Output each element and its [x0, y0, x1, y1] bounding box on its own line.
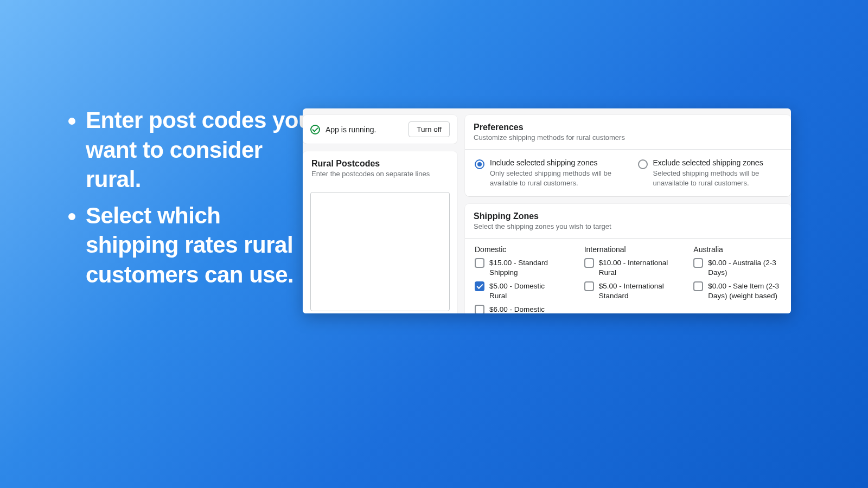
include-radio-desc: Only selected shipping methods will be a… [490, 169, 618, 188]
preferences-subtitle: Customize shipping methods for rural cus… [474, 133, 782, 142]
promo-bullet-2: Select which shipping rates rural custom… [86, 201, 314, 290]
zone-col-australia: Australia $0.00 - Australia (2-3 Days) $… [693, 245, 781, 313]
zone-col-domestic: Domestic $15.00 - Standard Shipping $5.0… [475, 245, 563, 313]
exclude-radio-group[interactable]: Exclude selected shipping zones Selected… [638, 158, 782, 188]
zone-row[interactable]: $10.00 - International Rural [584, 258, 672, 277]
right-column: Preferences Customize shipping methods f… [465, 108, 791, 313]
checkbox-label: $6.00 - Domestic Standard (weight based) [489, 305, 563, 313]
checkbox-australia-1[interactable] [693, 281, 703, 291]
checkbox-international-1[interactable] [584, 281, 594, 291]
zone-row[interactable]: $6.00 - Domestic Standard (weight based) [475, 305, 563, 313]
checkbox-label: $0.00 - Sale Item (2-3 Days) (weight bas… [708, 281, 781, 300]
left-column: App is running. Turn off Rural Postcodes… [303, 108, 457, 313]
promo-bullet-list: Enter post codes you want to consider ru… [65, 106, 314, 297]
zone-row[interactable]: $0.00 - Australia (2-3 Days) [693, 258, 781, 277]
include-radio-group[interactable]: Include selected shipping zones Only sel… [475, 158, 618, 188]
exclude-radio[interactable] [638, 159, 648, 169]
zone-header-australia: Australia [693, 245, 781, 254]
zones-subtitle: Select the shipping zones you wish to ta… [474, 222, 782, 230]
preferences-radio-row: Include selected shipping zones Only sel… [465, 150, 791, 196]
checkbox-domestic-0[interactable] [475, 258, 484, 268]
checkbox-label: $5.00 - Domestic Rural [489, 281, 563, 300]
include-radio[interactable] [475, 159, 484, 169]
postcodes-textarea[interactable] [310, 192, 450, 311]
status-text: App is running. [326, 125, 376, 134]
zones-title: Shipping Zones [474, 211, 782, 221]
check-circle-icon [310, 125, 320, 134]
promo-bullet-1: Enter post codes you want to consider ru… [86, 106, 314, 195]
zone-header-domestic: Domestic [475, 245, 563, 254]
zones-grid: Domestic $15.00 - Standard Shipping $5.0… [465, 239, 791, 313]
preferences-title: Preferences [474, 123, 782, 132]
shipping-zones-card: Shipping Zones Select the shipping zones… [465, 204, 791, 313]
checkbox-international-0[interactable] [584, 258, 594, 268]
postcodes-card: Rural Postcodes Enter the postcodes on s… [303, 151, 457, 313]
app-screenshot: App is running. Turn off Rural Postcodes… [303, 108, 791, 313]
turn-off-button[interactable]: Turn off [409, 121, 450, 137]
zone-row[interactable]: $15.00 - Standard Shipping [475, 258, 563, 277]
checkbox-domestic-2[interactable] [475, 305, 484, 313]
zone-header-international: International [584, 245, 672, 254]
postcodes-subtitle: Enter the postcodes on separate lines [311, 170, 449, 178]
checkbox-label: $10.00 - International Rural [599, 258, 672, 277]
postcodes-title: Rural Postcodes [311, 159, 449, 169]
zone-row[interactable]: $0.00 - Sale Item (2-3 Days) (weight bas… [693, 281, 781, 300]
include-radio-label: Include selected shipping zones [490, 158, 618, 167]
zone-row[interactable]: $5.00 - International Standard [584, 281, 672, 300]
status-card: App is running. Turn off [303, 115, 457, 144]
checkbox-label: $0.00 - Australia (2-3 Days) [708, 258, 781, 277]
exclude-radio-desc: Selected shipping methods will be unavai… [653, 169, 782, 188]
zone-row[interactable]: $5.00 - Domestic Rural [475, 281, 563, 300]
checkbox-australia-0[interactable] [693, 258, 703, 268]
checkbox-label: $5.00 - International Standard [599, 281, 672, 300]
zone-col-international: International $10.00 - International Rur… [584, 245, 672, 313]
checkbox-label: $15.00 - Standard Shipping [489, 258, 563, 277]
exclude-radio-label: Exclude selected shipping zones [653, 158, 782, 167]
preferences-card: Preferences Customize shipping methods f… [465, 115, 791, 196]
checkbox-domestic-1[interactable] [475, 281, 484, 291]
